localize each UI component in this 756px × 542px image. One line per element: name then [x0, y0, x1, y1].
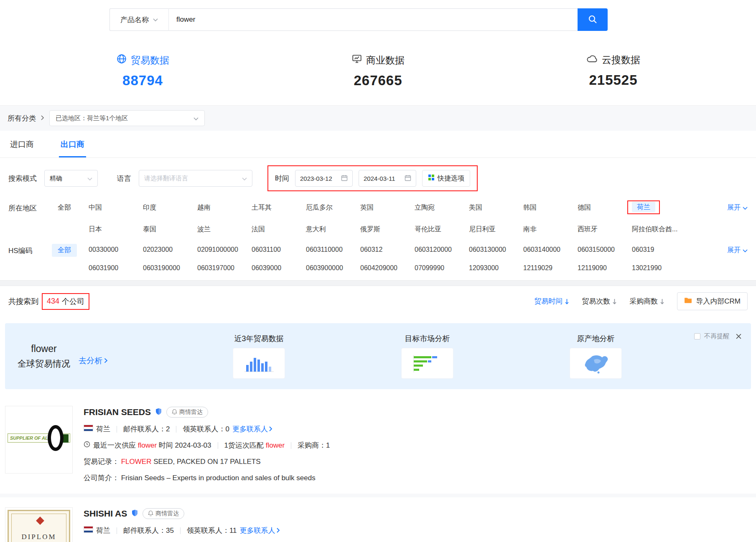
region-item[interactable]: 尼日利亚	[469, 225, 523, 234]
region-item[interactable]: 哥伦比亚	[415, 225, 469, 234]
buyer-count-text: 采购商：1	[298, 441, 330, 450]
selected-region-label: 已选地区：荷兰等1个地区	[56, 114, 128, 122]
shipment-match-text: 1货运次匹配 flower	[224, 441, 285, 450]
hs-code-item[interactable]: 13021990	[632, 264, 686, 272]
region-item[interactable]: 俄罗斯	[360, 225, 415, 234]
hs-code-item[interactable]: 0603130000	[469, 246, 523, 253]
hs-code-item[interactable]: 02023000	[143, 246, 197, 253]
hs-code-item[interactable]: 00330000	[89, 246, 143, 253]
region-item[interactable]: 印度	[143, 203, 197, 214]
tab-importers[interactable]: 进口商	[8, 131, 36, 157]
stat-value: 215525	[496, 72, 731, 88]
stat-value: 88794	[25, 73, 260, 89]
date-from-input[interactable]: 2023-03-12	[295, 170, 353, 187]
stat-business-data[interactable]: 商业数据 267665	[260, 53, 496, 89]
search-button[interactable]	[578, 8, 608, 31]
banner-keyword: flower	[18, 343, 70, 355]
hs-code-item[interactable]: 07099990	[415, 264, 469, 272]
search-category-dropdown[interactable]: 产品名称	[109, 8, 169, 31]
region-item[interactable]: 美国	[469, 203, 523, 214]
hs-code-expand-link[interactable]: 展开	[727, 244, 748, 255]
hs-code-item[interactable]: 0603197000	[197, 264, 252, 272]
stat-cloud-search-data[interactable]: 云搜数据 215525	[496, 53, 731, 89]
divider	[291, 442, 291, 449]
sort-trade-time[interactable]: 贸易时间	[534, 296, 569, 306]
linkedin-contacts: 领英联系人：11	[187, 526, 237, 535]
region-item[interactable]: 日本	[89, 225, 143, 234]
hs-code-item[interactable]: 06031100	[252, 246, 306, 253]
hs-code-item[interactable]: 12119029	[523, 264, 578, 272]
quick-options-button[interactable]: 快捷选项	[422, 170, 470, 187]
hs-code-item[interactable]: 0603190000	[143, 264, 197, 272]
quick-options-label: 快捷选项	[438, 174, 464, 183]
company-name[interactable]: FRISIAN SEEDS	[84, 407, 151, 417]
region-item[interactable]: 南非	[523, 225, 578, 234]
business-radar-tag[interactable]: 商情雷达	[166, 407, 208, 418]
hs-code-item[interactable]: 12093000	[469, 264, 523, 272]
search-input[interactable]	[169, 8, 578, 31]
hs-code-item[interactable]: 06031900	[89, 264, 143, 272]
card-target-market-analysis[interactable]: 目标市场分析	[401, 334, 453, 379]
go-analyze-link[interactable]: 去分析	[79, 355, 108, 366]
region-item[interactable]: 阿拉伯联合酋...	[632, 225, 686, 234]
hs-code-all-option[interactable]: 全部	[52, 244, 77, 257]
hs-code-item[interactable]: 0603900000	[306, 264, 360, 272]
hs-code-item[interactable]: 02091000000	[197, 246, 252, 253]
hs-code-item[interactable]: 0603110000	[306, 246, 360, 253]
stat-trade-data[interactable]: 贸易数据 88794	[25, 53, 260, 89]
region-item-netherlands[interactable]: 荷兰	[632, 203, 686, 214]
hs-code-item[interactable]: 06039000	[252, 264, 306, 272]
hs-code-item[interactable]: 0603140000	[523, 246, 578, 253]
region-item[interactable]: 德国	[578, 203, 632, 214]
company-name[interactable]: SHISHI AS	[84, 509, 127, 519]
more-contacts-link[interactable]: 更多联系人	[240, 526, 280, 535]
selected-region-dropdown[interactable]: 已选地区：荷兰等1个地区	[49, 110, 205, 126]
card-origin-analysis[interactable]: 原产地分析	[570, 334, 622, 379]
chevron-right-icon	[41, 114, 44, 122]
expand-label: 展开	[727, 246, 741, 255]
divider	[117, 426, 117, 433]
region-item[interactable]: 波兰	[197, 225, 252, 234]
hs-code-item[interactable]: 0604209000	[360, 264, 415, 272]
hs-code-item[interactable]: 12119090	[578, 264, 632, 272]
stat-label: 商业数据	[366, 54, 405, 67]
date-to-input[interactable]: 2024-03-11	[359, 170, 416, 187]
hs-code-item[interactable]: 060319	[632, 246, 686, 253]
sort-buyer-count[interactable]: 采购商数	[629, 296, 664, 306]
language-select[interactable]: 请选择翻译语言	[139, 170, 252, 187]
more-contacts-link[interactable]: 更多联系人	[232, 424, 272, 434]
company-logo: SUPPLIER OF ALL SEEDS	[5, 406, 73, 474]
hs-code-item[interactable]: 060312	[360, 246, 415, 253]
region-all-option[interactable]: 全部	[52, 201, 77, 214]
region-item[interactable]: 中国	[89, 203, 143, 214]
region-item[interactable]: 法国	[252, 225, 306, 234]
region-item[interactable]: 厄瓜多尔	[306, 203, 360, 214]
globe-icon	[116, 53, 127, 67]
region-item[interactable]: 韩国	[523, 203, 578, 214]
region-item[interactable]: 意大利	[306, 225, 360, 234]
grid-icon	[428, 174, 435, 182]
hs-code-item[interactable]: 0603120000	[415, 246, 469, 253]
clock-icon	[84, 441, 90, 450]
region-item[interactable]: 西班牙	[578, 225, 632, 234]
region-item[interactable]: 越南	[197, 203, 252, 214]
close-icon[interactable]	[736, 333, 742, 339]
region-item[interactable]: 泰国	[143, 225, 197, 234]
card-trade-data-3years[interactable]: 近3年贸易数据	[233, 334, 285, 379]
calendar-icon	[341, 175, 348, 182]
search-mode-select[interactable]: 精确	[44, 170, 98, 187]
region-expand-link[interactable]: 展开	[727, 201, 748, 212]
sort-trade-count[interactable]: 贸易次数	[582, 296, 617, 306]
region-item[interactable]: 土耳其	[252, 203, 306, 214]
business-radar-tag[interactable]: 商情雷达	[143, 508, 184, 519]
dont-remind-checkbox[interactable]	[694, 333, 700, 339]
import-crm-button[interactable]: 导入内部CRM	[677, 292, 748, 310]
region-item[interactable]: 立陶宛	[415, 203, 469, 214]
divider	[180, 527, 181, 534]
hs-code-item[interactable]: 0603150000	[578, 246, 632, 253]
tab-exporters[interactable]: 出口商	[59, 131, 86, 157]
breadcrumb-all-categories[interactable]: 所有分类	[8, 114, 36, 123]
region-item[interactable]: 英国	[360, 203, 415, 214]
hbar-chart-thumbnail	[401, 348, 453, 379]
sort-controls: 贸易时间 贸易次数 采购商数 导入内	[534, 292, 748, 310]
